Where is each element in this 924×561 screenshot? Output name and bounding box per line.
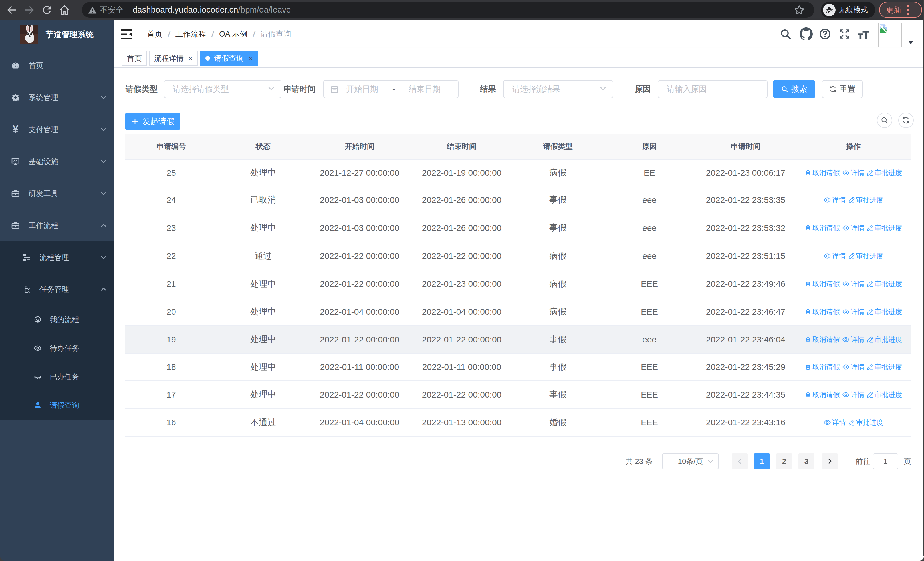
svg-text:¥: ¥ [12, 123, 18, 135]
